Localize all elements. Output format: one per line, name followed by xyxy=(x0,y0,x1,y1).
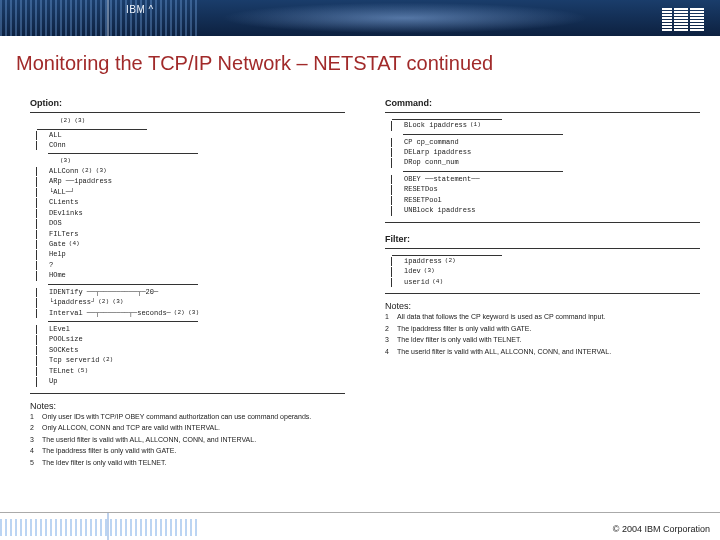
command-item: CP cp_command xyxy=(391,138,700,147)
option-item: SOCKets xyxy=(36,346,345,355)
note-item: 2The ipaddress filter is only valid with… xyxy=(385,324,700,335)
option-item: ARp ──ipaddress xyxy=(36,177,345,186)
option-item: └ALL─┘ xyxy=(36,188,345,197)
filter-syntax-diagram: ipaddress(2) ldev(3) userid(4) xyxy=(385,248,700,294)
option-divider xyxy=(48,321,198,322)
option-item: Tcp serverid(2) xyxy=(36,356,345,365)
filter-item: ipaddress(2) xyxy=(391,257,700,266)
option-item: ? xyxy=(36,261,345,270)
filter-section-label: Filter: xyxy=(385,233,700,245)
option-item: Up xyxy=(36,377,345,386)
note-item: 4The ipaddress filter is only valid with… xyxy=(30,446,345,457)
command-item: RESETDos xyxy=(391,185,700,194)
header-decor-stripes xyxy=(0,0,200,36)
product-label: IBM ^ xyxy=(126,4,154,15)
option-item: COnn xyxy=(36,141,345,150)
option-header-ref: (2) (3) xyxy=(36,117,85,124)
slide-footer: © 2004 IBM Corporation xyxy=(0,512,720,540)
option-item: └ipaddress┘(2) (3) xyxy=(36,298,345,307)
note-item: 3The ldev filter is only valid with TELN… xyxy=(385,335,700,346)
note-item: 3The userid filter is valid with ALL, AL… xyxy=(30,435,345,446)
option-item: IDENTify ──┬─────────┬─20─ xyxy=(36,288,345,297)
right-notes-heading: Notes: xyxy=(385,300,700,312)
option-item: FILTers xyxy=(36,230,345,239)
left-column: Option: (2) (3) ALL COnn (3) ALLConn(2) … xyxy=(30,91,345,469)
ibm-logo-icon xyxy=(662,8,704,32)
left-notes-list: 1Only user IDs with TCP/IP OBEY command … xyxy=(30,412,345,469)
option-section-label: Option: xyxy=(30,97,345,109)
option-syntax-diagram: (2) (3) ALL COnn (3) ALLConn(2) (3) ARp … xyxy=(30,112,345,394)
option-divider xyxy=(48,284,198,285)
note-item: 4The userid filter is valid with ALL, AL… xyxy=(385,347,700,358)
option-item: POOLsize xyxy=(36,335,345,344)
command-syntax-diagram: BLock ipaddress(1) CP cp_command DELarp … xyxy=(385,112,700,223)
option-item: Gate(4) xyxy=(36,240,345,249)
option-divider xyxy=(48,153,198,154)
option-item: ALLConn(2) (3) xyxy=(36,167,345,176)
command-item: BLock ipaddress(1) xyxy=(391,121,700,130)
header-divider xyxy=(107,0,109,36)
option-item: Interval ──┬───────┬─seconds─(2) (3) xyxy=(36,309,345,318)
footer-divider xyxy=(107,513,109,540)
option-item: DEvlinks xyxy=(36,209,345,218)
note-item: 1Only user IDs with TCP/IP OBEY command … xyxy=(30,412,345,423)
filter-item: userid(4) xyxy=(391,278,700,287)
note-item: 5The ldev filter is only valid with TELN… xyxy=(30,458,345,469)
command-item: RESETPool xyxy=(391,196,700,205)
slide-body: Option: (2) (3) ALL COnn (3) ALLConn(2) … xyxy=(0,81,720,469)
command-section-label: Command: xyxy=(385,97,700,109)
note-item: 1All data that follows the CP keyword is… xyxy=(385,312,700,323)
option-item: ALL xyxy=(36,131,345,140)
option-item: Help xyxy=(36,250,345,259)
command-item: UNBlock ipaddress xyxy=(391,206,700,215)
filter-item: ldev(3) xyxy=(391,267,700,276)
option-ref: (3) xyxy=(36,157,71,164)
command-divider xyxy=(403,171,563,172)
right-notes-list: 1All data that follows the CP keyword is… xyxy=(385,312,700,357)
option-item: CLients xyxy=(36,198,345,207)
footer-decor-stripes xyxy=(0,519,200,536)
option-item: TELnet(5) xyxy=(36,367,345,376)
command-item: OBEY ──statement── xyxy=(391,175,700,184)
note-item: 2Only ALLCON, CONN and TCP are valid wit… xyxy=(30,423,345,434)
left-notes-heading: Notes: xyxy=(30,400,345,412)
command-divider xyxy=(403,134,563,135)
command-item: DRop conn_num xyxy=(391,158,700,167)
slide-header: IBM ^ xyxy=(0,0,720,36)
copyright-text: © 2004 IBM Corporation xyxy=(613,524,710,534)
option-item: LEvel xyxy=(36,325,345,334)
option-item: DOS xyxy=(36,219,345,228)
slide-title: Monitoring the TCP/IP Network – NETSTAT … xyxy=(0,36,720,81)
header-decor-glow xyxy=(190,0,620,36)
option-item: HOme xyxy=(36,271,345,280)
command-item: DELarp ipaddress xyxy=(391,148,700,157)
right-column: Command: BLock ipaddress(1) CP cp_comman… xyxy=(385,91,700,469)
